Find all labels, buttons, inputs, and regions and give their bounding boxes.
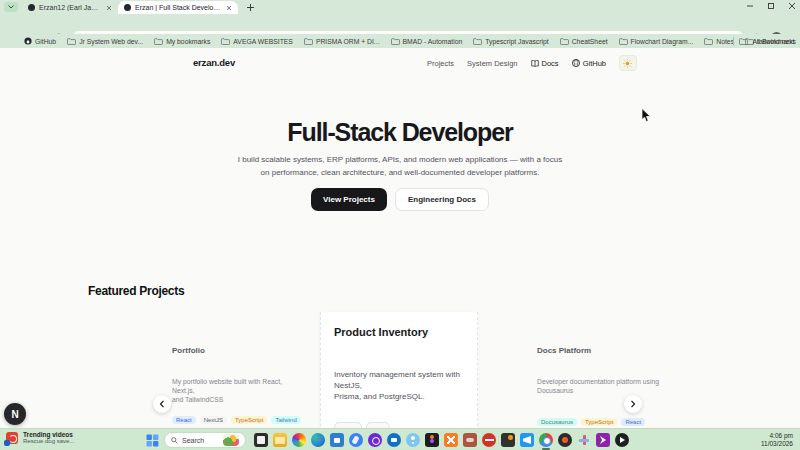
bookmark-folder[interactable]: Notes — [704, 38, 734, 45]
msn-news-icon — [6, 432, 18, 444]
taskbar-icon-vscode[interactable] — [520, 433, 534, 447]
taskbar-icon-edge[interactable] — [311, 433, 325, 447]
close-icon[interactable] — [226, 5, 232, 11]
window-controls — [746, 2, 796, 10]
bookmark-github[interactable]: GitHub — [24, 37, 56, 45]
tag-react: React — [172, 416, 196, 424]
widgets-button[interactable]: Trending videos Rescue dog save... — [6, 431, 74, 444]
taskbar-icon-sublime-text[interactable] — [501, 433, 515, 447]
site-favicon-icon — [124, 4, 131, 11]
bookmarks-bar: GitHub Jr System Web dev... My bookmarks… — [0, 34, 800, 48]
project-description: My portfolio website built with React, N… — [172, 377, 302, 404]
chevron-left-icon — [159, 400, 165, 408]
tab-github[interactable]: Erzan12 (Earl Jan Do) — [22, 1, 118, 14]
bookmark-folder[interactable]: BMAD - Automation — [391, 38, 463, 45]
taskbar-icon-photos[interactable] — [292, 433, 306, 447]
bookmark-folder[interactable]: Jr System Web dev... — [67, 38, 143, 45]
project-card-product-inventory[interactable]: Product Inventory Inventory management s… — [320, 312, 478, 428]
nav-github[interactable]: GitHub — [572, 59, 606, 68]
notification-badge — [4, 440, 10, 446]
theme-toggle-button[interactable] — [619, 55, 637, 71]
project-title: Docs Platform — [537, 346, 591, 355]
hero-subtitle: I build scalable systems, ERP platforms,… — [0, 153, 800, 179]
tab-title: Erzan | Full Stack Developer — [135, 4, 222, 11]
taskbar-icon-chrome-active[interactable] — [539, 433, 553, 447]
all-bookmarks[interactable]: All Bookmarks — [733, 34, 796, 48]
tag-docusaurus: Docusaurus — [537, 418, 577, 426]
taskbar-icon-mysql-workbench[interactable] — [463, 433, 477, 447]
close-window-icon[interactable] — [788, 2, 796, 10]
tab-search-button[interactable] — [4, 2, 18, 12]
taskbar-icon-clipchamp[interactable] — [596, 433, 610, 447]
taskbar-icon-paint[interactable] — [349, 433, 363, 447]
project-description: Developer documentation platform using D… — [537, 377, 667, 395]
folder-icon — [304, 38, 313, 45]
carousel-prev-button[interactable] — [153, 395, 171, 413]
divider — [733, 37, 734, 46]
folder-icon — [619, 38, 628, 45]
chevron-right-icon — [630, 400, 636, 408]
tag-typescript: TypeScript — [231, 416, 267, 424]
project-card-docs-platform[interactable]: Docs Platform Developer documentation pl… — [524, 312, 714, 428]
folder-icon — [473, 38, 482, 45]
close-icon[interactable] — [106, 5, 112, 11]
chevron-down-icon — [8, 5, 14, 9]
project-card-portfolio[interactable]: Portfolio My portfolio website built wit… — [159, 312, 317, 428]
taskbar-icon-outlook[interactable] — [387, 433, 401, 447]
tab-erzan-site[interactable]: Erzan | Full Stack Developer — [118, 1, 238, 14]
tag-typescript: TypeScript — [581, 418, 617, 426]
project-tags: Docusaurus TypeScript React — [537, 418, 645, 426]
taskbar-icon-microsoft-store[interactable] — [330, 433, 344, 447]
taskbar-icon-clock-app[interactable] — [368, 433, 382, 447]
folder-icon — [704, 38, 713, 45]
bookmark-folder[interactable]: Typescript Javascript — [473, 38, 548, 45]
taskbar-icon-task-view[interactable] — [254, 433, 268, 447]
engineering-docs-button[interactable]: Engineering Docs — [395, 188, 489, 211]
bookmark-items: GitHub Jr System Web dev... My bookmarks… — [24, 34, 794, 48]
minimize-icon[interactable] — [746, 2, 754, 10]
site-nav: Projects System Design Docs GitHub — [427, 54, 637, 72]
folder-icon — [560, 38, 569, 45]
nav-docs[interactable]: Docs — [531, 59, 559, 68]
bookmark-folder[interactable]: CheatSheet — [560, 38, 608, 45]
floating-n-button[interactable]: N — [4, 403, 26, 425]
mouse-cursor — [641, 108, 652, 123]
new-tab-button[interactable] — [246, 3, 255, 12]
taskbar-icon-file-explorer[interactable] — [273, 433, 287, 447]
taskbar-icon-figma[interactable] — [425, 433, 439, 447]
maximize-icon[interactable] — [767, 2, 775, 10]
project-title: Portfolio — [172, 346, 205, 355]
view-projects-button[interactable]: View Projects — [311, 188, 387, 211]
bookmark-folder[interactable]: PRISMA ORM + DI... — [304, 38, 380, 45]
carousel-next-button[interactable] — [624, 395, 642, 413]
taskbar-icon-people[interactable] — [406, 433, 420, 447]
folder-icon — [67, 38, 76, 45]
all-bookmarks-label: All Bookmarks — [753, 38, 796, 45]
bookmark-folder[interactable]: My bookmarks — [154, 38, 210, 45]
start-button[interactable] — [146, 434, 159, 447]
widgets-text: Trending videos Rescue dog save... — [23, 431, 74, 444]
tag-tailwind: Tailwind — [271, 416, 300, 424]
page-content: erzan.dev Projects System Design Docs Gi… — [0, 48, 800, 428]
bookmark-folder[interactable]: Flowchart Diagram... — [619, 38, 694, 45]
weather-widget-icon — [223, 434, 239, 446]
github-icon — [24, 37, 32, 45]
folder-icon — [154, 38, 163, 45]
project-title: Product Inventory — [334, 326, 428, 338]
taskbar-icon-media-player[interactable] — [615, 433, 629, 447]
github-favicon-icon — [28, 4, 35, 11]
tag-react: React — [621, 418, 645, 426]
taskbar-search[interactable]: Search — [164, 432, 246, 448]
taskbar-icon-postman[interactable] — [558, 433, 572, 447]
nav-system-design[interactable]: System Design — [467, 59, 517, 68]
browser-toolbar: localhost:3001 — [0, 14, 800, 34]
taskbar-center: Search — [146, 429, 629, 450]
taskbar-icon-snipping-tool[interactable] — [577, 433, 591, 447]
taskbar-icon-xampp[interactable] — [444, 433, 458, 447]
nav-projects[interactable]: Projects — [427, 59, 454, 68]
folder-icon — [739, 38, 748, 45]
bookmark-folder[interactable]: AVEGA WEBSITES — [221, 38, 293, 45]
taskbar-clock[interactable]: 4:06 pm 11/03/2026 — [761, 432, 793, 448]
taskbar-icon-blocked-app[interactable] — [482, 433, 496, 447]
site-logo[interactable]: erzan.dev — [193, 57, 235, 68]
